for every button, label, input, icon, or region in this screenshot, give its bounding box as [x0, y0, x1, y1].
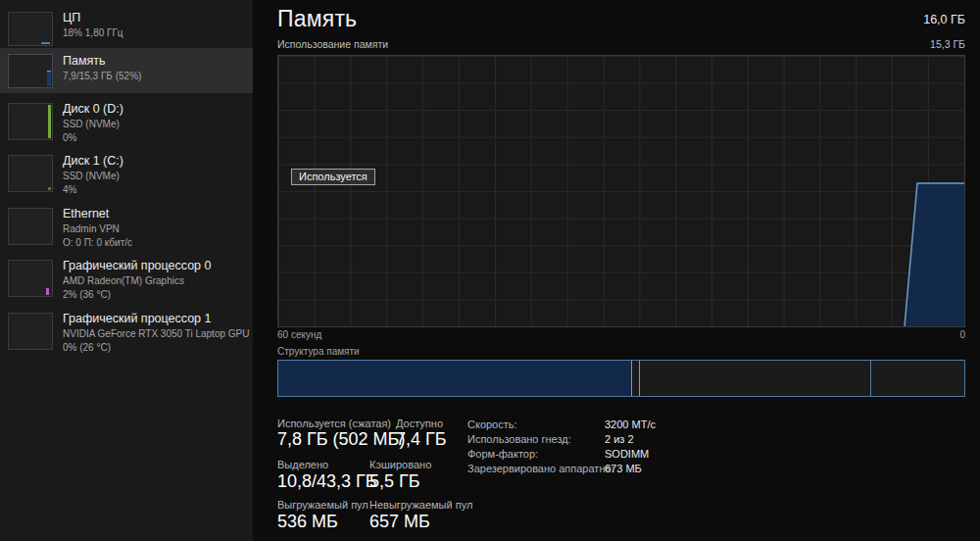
detail-value-speed: 3200 МТ/с: [605, 418, 656, 430]
sidebar-item-disk1[interactable]: Диск 1 (C:) SSD (NVMe) 4%: [0, 152, 253, 201]
sidebar-item-cpu[interactable]: ЦП 18% 1,80 ГГц: [0, 9, 253, 50]
stat-value-paged-pool: 536 МБ: [277, 512, 338, 532]
memory-detail-pane: Память 16,0 ГБ Использование памяти 15,3…: [253, 0, 980, 541]
gpu0-mini-graph: [8, 260, 53, 297]
sidebar-item-title: Графический процессор 1: [63, 311, 253, 327]
disk1-mini-graph: [8, 155, 53, 192]
composition-segment-in-use: [278, 361, 632, 396]
stat-value-cached: 5,5 ГБ: [369, 471, 420, 492]
stat-value-in-use: 7,8 ГБ (502 МБ): [277, 429, 405, 450]
sidebar-item-ethernet[interactable]: Ethernet Radmin VPN О: 0 П: 0 кбит/с: [0, 205, 253, 254]
detail-value-form-factor: SODIMM: [605, 448, 649, 460]
composition-divider-modified: [639, 361, 640, 396]
disk1-activity-spark: [48, 187, 51, 190]
detail-label-speed: Скорость:: [467, 418, 517, 430]
sidebar-item-stats: 4%: [63, 183, 253, 197]
memory-composition-bar[interactable]: [277, 360, 965, 397]
sidebar-item-stats: 0% (26 °C): [63, 341, 253, 355]
chart-hover-tooltip: Используется: [291, 169, 375, 185]
sidebar-item-stats: 0%: [63, 131, 253, 145]
sidebar-item-type: Radmin VPN: [63, 222, 253, 236]
stat-label-cached: Кэшировано: [369, 459, 431, 470]
sidebar-item-type: SSD (NVMe): [63, 118, 253, 131]
sidebar-item-gpu1[interactable]: Графический процессор 1 NVIDIA GeForce R…: [0, 310, 253, 361]
cpu-usage-spark: [41, 37, 50, 44]
sidebar-item-stats: 7,9/15,3 ГБ (52%): [63, 70, 253, 83]
sidebar-item-type: SSD (NVMe): [63, 170, 253, 183]
stat-value-available: 7,4 ГБ: [396, 429, 447, 450]
sidebar-item-disk0[interactable]: Диск 0 (D:) SSD (NVMe) 0%: [0, 100, 253, 149]
x-axis-left-label: 60 секунд: [277, 329, 321, 340]
sidebar-item-title: Ethernet: [63, 206, 253, 222]
memory-composition-label: Структура памяти: [277, 346, 360, 357]
memory-mini-graph: [8, 54, 53, 88]
detail-value-hw-reserved: 673 МБ: [605, 463, 642, 474]
memory-usage-spark: [47, 71, 51, 86]
performance-sidebar: ЦП 18% 1,80 ГГц Память 7,9/15,3 ГБ (52%)…: [0, 0, 253, 541]
x-axis-right-label: 0: [959, 329, 965, 340]
composition-divider-standby: [870, 361, 871, 396]
stat-value-committed: 10,8/43,3 ГБ: [277, 471, 377, 492]
total-memory-value: 16,0 ГБ: [923, 13, 965, 26]
disk0-activity-spark: [48, 105, 51, 138]
sidebar-item-stats: 18% 1,80 ГГц: [63, 26, 253, 40]
detail-value-slots-used: 2 из 2: [605, 433, 634, 445]
disk0-mini-graph: [8, 103, 53, 140]
sidebar-item-title: Диск 0 (D:): [63, 101, 253, 118]
usage-chart-max-label: 15,3 ГБ: [930, 38, 965, 50]
stat-label-available: Доступно: [396, 418, 443, 429]
task-manager-performance-page: ЦП 18% 1,80 ГГц Память 7,9/15,3 ГБ (52%)…: [0, 0, 980, 541]
detail-label-hw-reserved: Зарезервировано аппаратно:: [467, 463, 614, 474]
ethernet-mini-graph: [8, 208, 53, 245]
cpu-mini-graph: [8, 12, 53, 46]
detail-label-slots-used: Использовано гнезд:: [467, 433, 571, 445]
sidebar-item-memory[interactable]: Память 7,9/15,3 ГБ (52%): [0, 48, 253, 93]
gpu0-usage-spark: [46, 288, 49, 295]
stat-label-paged-pool: Выгружаемый пул: [277, 499, 368, 511]
sidebar-item-title: Графический процессор 0: [63, 258, 253, 274]
sidebar-item-gpu0[interactable]: Графический процессор 0 AMD Radeon(TM) G…: [0, 257, 253, 308]
sidebar-item-title: ЦП: [63, 10, 253, 26]
sidebar-item-type: AMD Radeon(TM) Graphics: [63, 274, 253, 288]
memory-usage-chart[interactable]: Используется: [277, 55, 965, 327]
gpu1-mini-graph: [8, 313, 53, 350]
sidebar-item-title: Память: [63, 53, 253, 70]
sidebar-item-title: Диск 1 (C:): [63, 153, 253, 170]
stat-label-nonpaged-pool: Невыгружаемый пул: [369, 499, 472, 511]
memory-usage-area-series: [278, 56, 964, 326]
stat-label-committed: Выделено: [277, 459, 328, 470]
sidebar-item-stats: 2% (36 °C): [63, 288, 253, 302]
stat-label-in-use: Используется (сжатая): [277, 418, 391, 429]
detail-label-form-factor: Форм-фактор:: [467, 448, 538, 460]
sidebar-item-type: NVIDIA GeForce RTX 3050 Ti Laptop GPU: [63, 327, 253, 341]
sidebar-item-stats: О: 0 П: 0 кбит/с: [63, 236, 253, 250]
page-title: Память: [277, 6, 357, 32]
usage-chart-label: Использование памяти: [277, 38, 388, 50]
stat-value-nonpaged-pool: 657 МБ: [369, 512, 430, 532]
